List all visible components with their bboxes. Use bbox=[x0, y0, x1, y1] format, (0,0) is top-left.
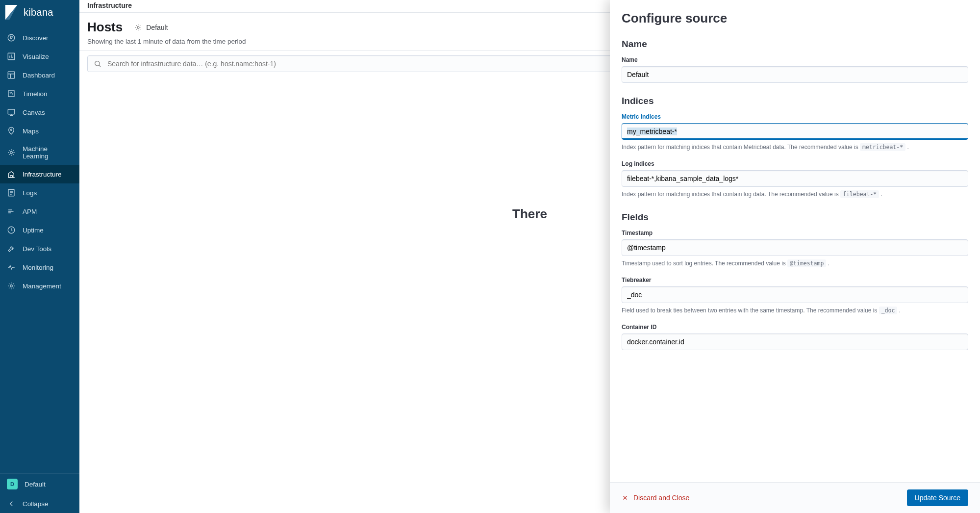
discard-label: Discard and Close bbox=[633, 494, 689, 502]
user-menu[interactable]: D Default bbox=[0, 474, 79, 494]
canvas-icon bbox=[7, 108, 16, 117]
update-label: Update Source bbox=[915, 494, 960, 502]
timestamp-input[interactable] bbox=[622, 239, 968, 256]
flyout-title: Configure source bbox=[622, 11, 968, 26]
sidebar-item-label: Machine Learning bbox=[23, 145, 73, 160]
collapse-button[interactable]: Collapse bbox=[0, 494, 79, 513]
sidebar-item-label: Uptime bbox=[23, 227, 44, 234]
section-heading: Indices bbox=[622, 96, 968, 106]
timelion-icon bbox=[7, 89, 16, 98]
sidebar-item-canvas[interactable]: Canvas bbox=[0, 103, 79, 122]
svg-point-7 bbox=[10, 285, 13, 287]
section-heading: Name bbox=[622, 39, 968, 50]
kibana-logo-icon bbox=[5, 5, 19, 20]
sidebar-item-label: Maps bbox=[23, 128, 39, 135]
svg-point-5 bbox=[10, 152, 13, 154]
user-name: Default bbox=[25, 481, 46, 488]
brand[interactable]: kibana bbox=[0, 0, 79, 25]
dashboard-icon bbox=[7, 71, 16, 79]
name-input[interactable] bbox=[622, 66, 968, 83]
source-button-label: Default bbox=[146, 24, 168, 31]
container-id-label: Container ID bbox=[622, 324, 968, 331]
svg-rect-2 bbox=[8, 72, 15, 78]
tiebreaker-label: Tiebreaker bbox=[622, 277, 968, 283]
apm-icon bbox=[7, 207, 16, 216]
sidebar-item-label: Dev Tools bbox=[23, 245, 51, 253]
sidebar-item-apm[interactable]: APM bbox=[0, 202, 79, 221]
svg-rect-3 bbox=[8, 109, 15, 114]
log-indices-input[interactable] bbox=[622, 170, 968, 187]
svg-point-9 bbox=[95, 61, 100, 66]
sidebar-item-discover[interactable]: Discover bbox=[0, 28, 79, 47]
sidebar-item-label: Logs bbox=[23, 189, 37, 197]
gear-icon bbox=[134, 24, 142, 31]
sidebar-item-dashboard[interactable]: Dashboard bbox=[0, 66, 79, 84]
collapse-label: Collapse bbox=[23, 500, 49, 508]
metric-indices-help: Index pattern for matching indices that … bbox=[622, 143, 968, 152]
wrench-icon bbox=[7, 244, 16, 253]
infrastructure-icon bbox=[7, 170, 16, 179]
svg-point-8 bbox=[137, 26, 139, 28]
section-name: Name Name bbox=[622, 39, 968, 83]
sidebar-item-label: APM bbox=[23, 208, 37, 215]
timestamp-help: Timestamp used to sort log entries. The … bbox=[622, 259, 968, 268]
logs-icon bbox=[7, 188, 16, 197]
metric-indices-input[interactable] bbox=[622, 123, 968, 140]
sidebar-item-visualize[interactable]: Visualize bbox=[0, 47, 79, 66]
gear-icon bbox=[7, 282, 16, 290]
section-heading: Fields bbox=[622, 212, 968, 223]
name-label: Name bbox=[622, 56, 968, 63]
page-title: Hosts bbox=[87, 20, 123, 35]
sidebar-item-monitoring[interactable]: Monitoring bbox=[0, 258, 79, 277]
tiebreaker-help: Field used to break ties between two ent… bbox=[622, 306, 968, 315]
sidebar-item-label: Timelion bbox=[23, 90, 48, 98]
compass-icon bbox=[7, 33, 16, 42]
ml-icon bbox=[7, 148, 16, 157]
log-indices-label: Log indices bbox=[622, 160, 968, 167]
log-indices-help: Index pattern for matching indices that … bbox=[622, 190, 968, 199]
tiebreaker-input[interactable] bbox=[622, 286, 968, 303]
sidebar: kibana Discover Visualize Dashboard Time… bbox=[0, 0, 79, 513]
sidebar-item-label: Canvas bbox=[23, 109, 45, 116]
nav: Discover Visualize Dashboard Timelion Ca… bbox=[0, 25, 79, 473]
sidebar-item-infrastructure[interactable]: Infrastructure bbox=[0, 165, 79, 183]
sidebar-item-label: Monitoring bbox=[23, 264, 53, 271]
sidebar-item-ml[interactable]: Machine Learning bbox=[0, 140, 79, 165]
chart-icon bbox=[7, 52, 16, 61]
uptime-icon bbox=[7, 226, 16, 234]
sidebar-item-uptime[interactable]: Uptime bbox=[0, 221, 79, 239]
maps-icon bbox=[7, 127, 16, 135]
flyout-footer: Discard and Close Update Source bbox=[610, 482, 980, 513]
sidebar-item-timelion[interactable]: Timelion bbox=[0, 84, 79, 103]
svg-point-4 bbox=[11, 129, 12, 130]
source-config-button[interactable]: Default bbox=[134, 24, 168, 31]
sidebar-item-label: Discover bbox=[23, 34, 49, 42]
arrow-left-icon bbox=[7, 499, 16, 508]
sidebar-item-devtools[interactable]: Dev Tools bbox=[0, 239, 79, 258]
sidebar-item-label: Dashboard bbox=[23, 72, 55, 79]
sidebar-item-label: Visualize bbox=[23, 53, 49, 60]
section-indices: Indices Metric indices Index pattern for… bbox=[622, 96, 968, 199]
sidebar-item-management[interactable]: Management bbox=[0, 277, 79, 295]
sidebar-item-label: Infrastructure bbox=[23, 171, 62, 178]
metric-indices-label: Metric indices bbox=[622, 113, 968, 120]
timestamp-label: Timestamp bbox=[622, 230, 968, 236]
heartbeat-icon bbox=[7, 263, 16, 272]
search-icon bbox=[94, 60, 101, 68]
sidebar-item-label: Management bbox=[23, 282, 61, 290]
update-source-button[interactable]: Update Source bbox=[907, 489, 968, 506]
container-id-input[interactable] bbox=[622, 333, 968, 350]
brand-name: kibana bbox=[24, 7, 53, 18]
configure-source-flyout: Configure source Name Name Indices Metri… bbox=[610, 0, 980, 513]
sidebar-item-logs[interactable]: Logs bbox=[0, 183, 79, 202]
close-icon bbox=[622, 494, 628, 501]
section-fields: Fields Timestamp Timestamp used to sort … bbox=[622, 212, 968, 351]
sidebar-item-maps[interactable]: Maps bbox=[0, 122, 79, 140]
discard-button[interactable]: Discard and Close bbox=[622, 494, 689, 502]
avatar: D bbox=[7, 479, 18, 489]
svg-point-0 bbox=[8, 34, 15, 41]
sidebar-footer: D Default Collapse bbox=[0, 473, 79, 513]
